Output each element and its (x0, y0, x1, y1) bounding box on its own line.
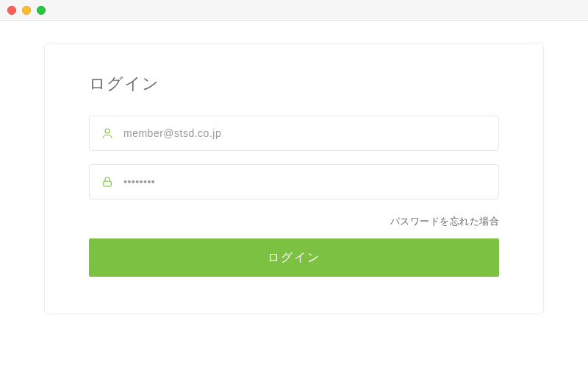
password-input-group[interactable] (89, 164, 499, 199)
email-field[interactable] (123, 127, 488, 139)
login-title: ログイン (89, 73, 499, 95)
forgot-password-row: パスワードを忘れた場合 (89, 214, 499, 228)
content-area: ログイン パスワードを忘れた場合 ログイン (0, 21, 588, 336)
login-card: ログイン パスワードを忘れた場合 ログイン (44, 43, 544, 314)
password-field[interactable] (123, 176, 488, 188)
forgot-password-link[interactable]: パスワードを忘れた場合 (390, 216, 500, 227)
window-titlebar (0, 0, 588, 21)
minimize-window-button[interactable] (22, 6, 31, 15)
lock-icon (100, 174, 115, 189)
maximize-window-button[interactable] (37, 6, 46, 15)
login-button[interactable]: ログイン (89, 238, 499, 277)
email-input-group[interactable] (89, 116, 499, 151)
svg-rect-1 (104, 181, 112, 186)
svg-point-0 (105, 129, 110, 133)
close-window-button[interactable] (7, 6, 16, 15)
user-icon (100, 126, 115, 141)
